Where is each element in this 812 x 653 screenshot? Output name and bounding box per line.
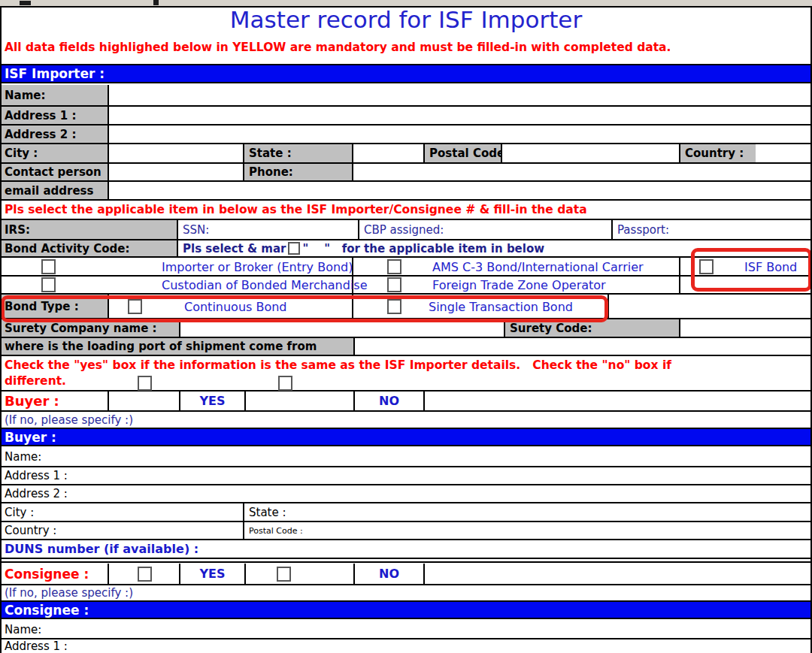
screen-edge-artifact	[20, 1, 31, 5]
row-buyer-yesno: Buyer : YES NO	[0, 391, 812, 412]
row-surety: Surety Company name : Surety Code:	[0, 319, 812, 338]
row-check-note: Check the "yes" box if the information i…	[0, 356, 812, 391]
loading-port-label: where is the loading port of shipment co…	[0, 338, 355, 355]
consignee-address1-label[interactable]: Address 1 :	[0, 639, 812, 653]
single-transaction-label: Single Transaction Bond	[429, 299, 573, 313]
custodian-option-label: Custodian of Bonded Merchandise	[162, 278, 368, 292]
row-buyer-address2: Address 2 :	[0, 485, 812, 503]
mark-sample-checkbox	[288, 242, 300, 255]
row-duns: DUNS number (if available) :	[0, 540, 812, 559]
buyer-yes-mark-cell[interactable]	[109, 391, 180, 410]
isf-address1-label: Address 1 :	[0, 107, 109, 124]
isf-bond-checkbox[interactable]	[699, 259, 714, 274]
row-loading-port: where is the loading port of shipment co…	[0, 338, 812, 356]
isf-country-label: Country :	[680, 144, 756, 162]
ftz-option-label: Foreign Trade Zone Operator	[432, 278, 606, 292]
isf-phone-input[interactable]	[353, 164, 812, 180]
buyer-name-label[interactable]: Name:	[0, 448, 812, 466]
row-consignee-ifno: (If no, please specify :)	[0, 585, 812, 602]
buyer-address2-label[interactable]: Address 2 :	[0, 485, 812, 502]
consignee-no-mark-cell	[246, 564, 355, 584]
row-buyer-country-postal: Country : Postal Code :	[0, 522, 812, 540]
row-consignee-address1: Address 1 :	[0, 639, 812, 653]
row-consignee-yesno: Consignee : YES NO	[0, 564, 812, 585]
isf-email-input[interactable]	[109, 182, 812, 199]
buyer-yesno-extra-cell[interactable]	[425, 391, 812, 410]
ftz-checkbox[interactable]	[387, 277, 401, 292]
buyer-no-mark-cell[interactable]	[246, 391, 355, 410]
buyer-row-label: Buyer :	[0, 391, 109, 410]
isf-email-label: email address	[0, 182, 109, 199]
section-header-isf-importer: ISF Importer :	[0, 64, 812, 83]
row-bond-options-1: Importer or Broker (Entry Bond) AMS C-3 …	[0, 258, 812, 277]
row-bond-type: Bond Type : Continuous Bond Single Trans…	[0, 295, 812, 319]
importer-broker-checkbox[interactable]	[41, 259, 56, 274]
buyer-no-checkbox[interactable]	[278, 376, 292, 391]
consignee-name-label[interactable]: Name:	[0, 621, 812, 638]
isf-address2-input[interactable]	[109, 125, 812, 143]
buyer-yes-label: YES	[180, 391, 246, 410]
irs-label: IRS:	[0, 220, 178, 239]
surety-name-label: Surety Company name :	[0, 319, 180, 337]
ams-c3-checkbox[interactable]	[387, 259, 401, 274]
buyer-country-label[interactable]: Country :	[0, 522, 244, 539]
passport-field[interactable]: Passport:	[613, 220, 812, 239]
custodian-checkbox[interactable]	[41, 277, 56, 292]
consignee-yes-checkbox[interactable]	[138, 567, 152, 582]
buyer-state-label[interactable]: State :	[244, 503, 812, 521]
section-header-consignee: Consignee :	[0, 602, 812, 619]
buyer-city-label[interactable]: City :	[0, 503, 244, 521]
isf-city-input[interactable]	[109, 144, 244, 162]
screen-edge-artifact	[153, 0, 159, 5]
consignee-row-label: Consignee :	[0, 564, 109, 584]
consignee-ifno-text: (If no, please specify :)	[0, 585, 812, 600]
buyer-yes-checkbox[interactable]	[138, 376, 152, 391]
consignee-no-label: NO	[355, 564, 425, 584]
buyer-postal-label[interactable]: Postal Code :	[244, 522, 812, 539]
isf-contact-input[interactable]	[109, 164, 244, 180]
row-isf-city-state: City : State : Postal Code Country :	[0, 144, 812, 164]
row-isf-contact-phone: Contact person Phone:	[0, 164, 812, 182]
surety-code-input[interactable]	[680, 319, 812, 337]
isf-city-label: City :	[0, 144, 109, 162]
row-consignee-name: Name:	[0, 621, 812, 639]
row-bond-options-2: Custodian of Bonded Merchandise Foreign …	[0, 277, 812, 295]
isf-phone-label: Phone:	[244, 164, 353, 180]
cbp-assigned-field[interactable]: CBP assigned:	[359, 220, 613, 239]
loading-port-input[interactable]	[355, 338, 812, 355]
row-buyer-ifno: (If no, please specify :)	[0, 412, 812, 429]
consignee-yes-label: YES	[180, 564, 246, 584]
isf-country-input[interactable]	[756, 144, 812, 162]
consignee-no-checkbox[interactable]	[277, 567, 291, 582]
row-isf-address1: Address 1 :	[0, 107, 812, 125]
buyer-ifno-text: (If no, please specify :)	[0, 412, 812, 428]
isf-master-record-sheet: Master record for ISF Importer All data …	[0, 0, 812, 653]
isf-name-input[interactable]	[109, 85, 812, 105]
buyer-address1-label[interactable]: Address 1 :	[0, 467, 812, 484]
continuous-bond-label: Continuous Bond	[184, 299, 287, 313]
consignee-yesno-extra-cell[interactable]	[425, 564, 812, 584]
isf-state-label: State :	[244, 144, 353, 162]
screen-top-edge	[0, 0, 812, 6]
row-buyer-city-state: City : State :	[0, 503, 812, 522]
check-note-line2: different.	[5, 374, 66, 388]
single-transaction-checkbox[interactable]	[387, 299, 401, 314]
isf-state-input[interactable]	[353, 144, 425, 162]
isf-address2-label: Address 2 :	[0, 125, 109, 143]
surety-name-input[interactable]	[180, 319, 505, 337]
isf-postal-input[interactable]	[502, 144, 680, 162]
ssn-field[interactable]: SSN:	[178, 220, 359, 239]
continuous-bond-checkbox[interactable]	[128, 299, 142, 314]
isf-name-label: Name:	[0, 85, 109, 105]
ams-c3-option-label: AMS C-3 Bond/International Carrier	[432, 259, 644, 274]
isf-bond-option-label: ISF Bond	[744, 259, 797, 274]
row-bond-activity: Bond Activity Code: Pls select & mar" " …	[0, 240, 812, 258]
row-buyer-address1: Address 1 :	[0, 467, 812, 485]
row-isf-name: Name:	[0, 85, 812, 107]
select-note-text: Pls select the applicable item in below …	[0, 201, 812, 219]
bond-type-label: Bond Type :	[0, 295, 109, 318]
isf-address1-input[interactable]	[109, 107, 812, 124]
duns-label[interactable]: DUNS number (if available) :	[0, 540, 812, 558]
row-isf-email: email address	[0, 182, 812, 201]
check-note-line1: Check the "yes" box if the information i…	[5, 358, 671, 372]
